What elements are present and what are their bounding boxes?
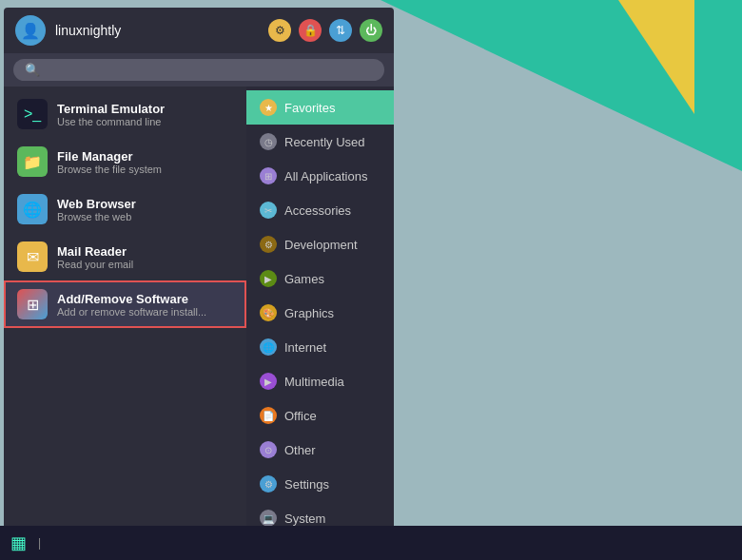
cat-label-multimedia: Multimedia <box>284 375 344 389</box>
mail-icon: ✉ <box>17 241 48 272</box>
cat-label-games: Games <box>284 272 324 286</box>
power-icon[interactable]: ⏻ <box>360 19 382 42</box>
multimedia-icon: ▶ <box>260 373 277 390</box>
app-name-mail: Mail Reader <box>57 244 133 259</box>
categories-panel: ★ Favorites ◷ Recently Used ⊞ All Applic… <box>246 87 394 539</box>
apps-panel: >_ Terminal Emulator Use the command lin… <box>4 87 246 539</box>
cat-item-other[interactable]: ⊙ Other <box>246 433 394 467</box>
taskbar: ▦ | <box>0 526 742 560</box>
cat-label-settings: Settings <box>284 477 329 492</box>
cat-label-all-applications: All Applications <box>284 169 367 183</box>
cat-item-office[interactable]: 📄 Office <box>246 398 394 433</box>
app-item-mail[interactable]: ✉ Mail Reader Read your email <box>4 233 246 280</box>
app-menu: 👤 linuxnightly ⚙ 🔒 ⇅ ⏻ 🔍 >_ Terminal Emu… <box>4 8 394 539</box>
app-item-filemanager[interactable]: 📁 File Manager Browse the file system <box>4 138 246 185</box>
lock-icon[interactable]: 🔒 <box>299 19 322 42</box>
office-icon: 📄 <box>260 407 277 424</box>
cat-item-settings[interactable]: ⚙ Settings <box>246 467 394 501</box>
menu-header: 👤 linuxnightly ⚙ 🔒 ⇅ ⏻ <box>4 8 394 53</box>
cat-label-system: System <box>284 512 325 526</box>
app-desc-mail: Read your email <box>57 259 133 270</box>
search-icon: 🔍 <box>25 63 40 77</box>
filemanager-icon: 📁 <box>17 146 48 177</box>
avatar: 👤 <box>15 15 46 46</box>
app-name-browser: Web Browser <box>57 197 136 211</box>
app-name-filemanager: File Manager <box>57 149 162 164</box>
graphics-icon: 🎨 <box>260 304 277 321</box>
other-icon: ⊙ <box>260 441 277 458</box>
username: linuxnightly <box>55 23 268 38</box>
cat-item-recently-used[interactable]: ◷ Recently Used <box>246 125 394 159</box>
star-icon[interactable]: ⚙ <box>268 19 291 42</box>
favorites-icon: ★ <box>260 99 277 116</box>
cat-item-all-applications[interactable]: ⊞ All Applications <box>246 159 394 193</box>
menu-body: >_ Terminal Emulator Use the command lin… <box>4 87 394 539</box>
cat-label-office: Office <box>284 409 317 423</box>
app-item-browser[interactable]: 🌐 Web Browser Browse the web <box>4 185 246 233</box>
addremove-icon: ⊞ <box>17 289 48 319</box>
cat-item-internet[interactable]: 🌐 Internet <box>246 330 394 364</box>
system-icon: 💻 <box>260 510 277 527</box>
app-desc-addremove: Add or remove software install... <box>57 306 206 318</box>
cat-item-graphics[interactable]: 🎨 Graphics <box>246 296 394 330</box>
app-desc-browser: Browse the web <box>57 211 136 222</box>
app-item-terminal[interactable]: >_ Terminal Emulator Use the command lin… <box>4 90 246 138</box>
cat-label-graphics: Graphics <box>284 306 334 320</box>
cat-label-internet: Internet <box>284 340 326 355</box>
cat-item-development[interactable]: ⚙ Development <box>246 227 394 261</box>
search-input[interactable] <box>46 63 373 77</box>
cat-item-favorites[interactable]: ★ Favorites <box>246 90 394 125</box>
accessories-icon: ✂ <box>260 202 277 219</box>
app-name-addremove: Add/Remove Software <box>57 292 206 306</box>
app-name-terminal: Terminal Emulator <box>57 102 165 116</box>
header-icons: ⚙ 🔒 ⇅ ⏻ <box>268 19 382 42</box>
terminal-icon: >_ <box>17 99 48 129</box>
search-input-wrapper[interactable]: 🔍 <box>13 59 384 81</box>
cat-label-accessories: Accessories <box>284 203 351 218</box>
cat-item-multimedia[interactable]: ▶ Multimedia <box>246 364 394 398</box>
app-item-addremove[interactable]: ⊞ Add/Remove Software Add or remove soft… <box>4 280 246 328</box>
all-applications-icon: ⊞ <box>260 167 277 184</box>
cat-item-games[interactable]: ▶ Games <box>246 261 394 296</box>
cat-item-accessories[interactable]: ✂ Accessories <box>246 193 394 227</box>
transfer-icon[interactable]: ⇅ <box>329 19 352 42</box>
app-desc-filemanager: Browse the file system <box>57 164 162 175</box>
cat-label-recently-used: Recently Used <box>284 135 365 149</box>
search-bar: 🔍 <box>4 53 394 87</box>
cat-label-other: Other <box>284 443 316 457</box>
internet-icon: 🌐 <box>260 338 277 356</box>
development-icon: ⚙ <box>260 236 277 253</box>
taskbar-menu-icon[interactable]: ▦ <box>4 529 32 557</box>
games-icon: ▶ <box>260 270 277 287</box>
taskbar-separator: | <box>38 536 41 550</box>
browser-icon: 🌐 <box>17 194 48 224</box>
cat-label-favorites: Favorites <box>284 101 335 115</box>
settings-icon: ⚙ <box>260 475 277 492</box>
cat-label-development: Development <box>284 238 358 252</box>
app-desc-terminal: Use the command line <box>57 116 165 127</box>
recently-used-icon: ◷ <box>260 133 277 150</box>
deco-yellow <box>618 0 694 114</box>
